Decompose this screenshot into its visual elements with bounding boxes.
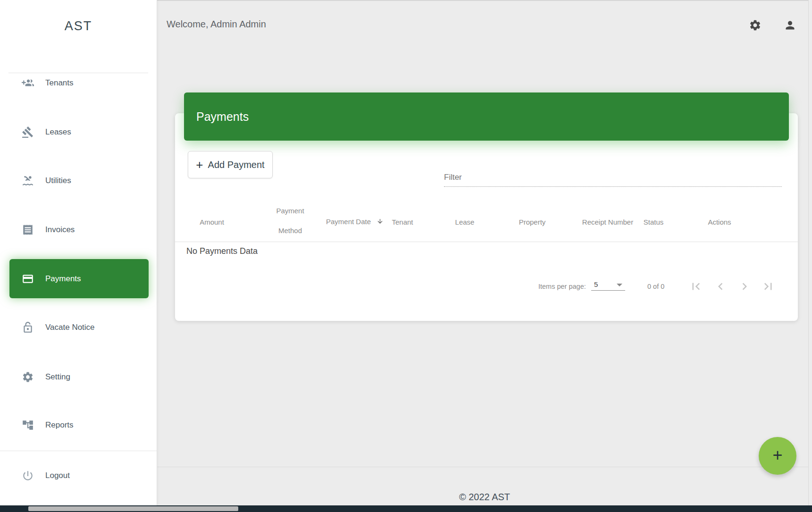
lock-open-icon <box>22 321 34 334</box>
page-size-select[interactable]: 5 <box>591 279 625 291</box>
account-tree-icon <box>22 419 34 431</box>
paginator-range: 0 of 0 <box>647 283 664 290</box>
empty-table-message: No Payments Data <box>186 246 258 256</box>
column-header-payment-date[interactable]: Payment Date <box>326 218 384 227</box>
sidebar-item-leases[interactable]: Leases <box>9 112 149 151</box>
plus-icon: + <box>772 445 782 465</box>
account-icon[interactable] <box>784 19 796 32</box>
column-header-status[interactable]: Status <box>644 218 664 226</box>
sidebar-item-logout[interactable]: Logout <box>9 456 149 495</box>
footer-divider <box>157 467 812 467</box>
chevron-down-icon <box>617 284 622 286</box>
column-header-amount[interactable]: Amount <box>200 218 224 226</box>
column-header-lease[interactable]: Lease <box>455 218 475 226</box>
sidebar-item-label: Vacate Notice <box>45 323 95 332</box>
sidebar-item-label: Logout <box>45 471 70 480</box>
group-add-icon <box>22 77 34 89</box>
sidebar-item-label: Setting <box>45 372 70 382</box>
items-per-page-label: Items per page: <box>538 283 586 290</box>
first-page-button[interactable] <box>686 277 705 296</box>
horizontal-scrollbar-thumb[interactable] <box>28 506 238 511</box>
filter-input[interactable]: Filter <box>444 173 782 187</box>
settings-icon[interactable] <box>749 19 762 32</box>
plus-icon: + <box>196 159 203 171</box>
sidebar-item-label: Invoices <box>45 225 75 235</box>
sidebar-item-setting[interactable]: Setting <box>9 357 149 396</box>
pool-icon <box>22 175 34 187</box>
filter-label: Filter <box>444 173 462 182</box>
sidebar-item-label: Utilities <box>45 176 71 185</box>
sidebar-item-label: Leases <box>45 127 71 137</box>
vertical-scrollbar-track <box>808 0 812 505</box>
last-page-button[interactable] <box>759 277 778 296</box>
column-header-payment-method[interactable]: Payment Method <box>271 201 309 241</box>
sidebar-item-payments[interactable]: Payments <box>9 259 149 298</box>
sidebar-item-vacate-notice[interactable]: Vacate Notice <box>9 308 149 347</box>
page-title: Payments <box>196 110 249 124</box>
sidebar-divider <box>0 451 157 451</box>
receipt-icon <box>22 224 34 236</box>
sidebar-item-label: Payments <box>45 274 81 284</box>
previous-page-button[interactable] <box>711 277 730 296</box>
payments-card-header: Payments <box>184 92 789 141</box>
sidebar-item-label: Reports <box>45 420 74 430</box>
welcome-message: Welcome, Admin Admin <box>167 19 266 30</box>
gavel-icon <box>22 126 34 138</box>
copyright-text: © 2022 AST <box>157 492 812 503</box>
sidebar-item-tenants[interactable]: Tenants <box>9 63 149 102</box>
column-header-actions[interactable]: Actions <box>708 218 731 226</box>
column-header-property[interactable]: Property <box>519 218 546 226</box>
column-header-tenant[interactable]: Tenant <box>392 218 413 226</box>
table-header-divider <box>175 242 798 242</box>
brand-title: AST <box>0 19 157 34</box>
sidebar: AST Tenants Leases Utilities Invoices <box>0 0 157 505</box>
app-window: AST Tenants Leases Utilities Invoices <box>0 0 812 512</box>
next-page-button[interactable] <box>735 277 754 296</box>
sidebar-item-label: Tenants <box>45 78 74 88</box>
sidebar-item-invoices[interactable]: Invoices <box>9 210 149 249</box>
add-payment-button[interactable]: + Add Payment <box>188 151 273 178</box>
sidebar-item-utilities[interactable]: Utilities <box>9 161 149 200</box>
power-icon <box>22 470 34 482</box>
gear-icon <box>22 371 34 383</box>
fab-add-button[interactable]: + <box>759 437 796 475</box>
credit-card-icon <box>22 273 34 285</box>
sidebar-item-reports[interactable]: Reports <box>9 405 149 445</box>
horizontal-scrollbar[interactable] <box>0 505 812 512</box>
sort-desc-icon <box>377 218 384 227</box>
column-header-receipt-number[interactable]: Receipt Number <box>582 218 633 226</box>
